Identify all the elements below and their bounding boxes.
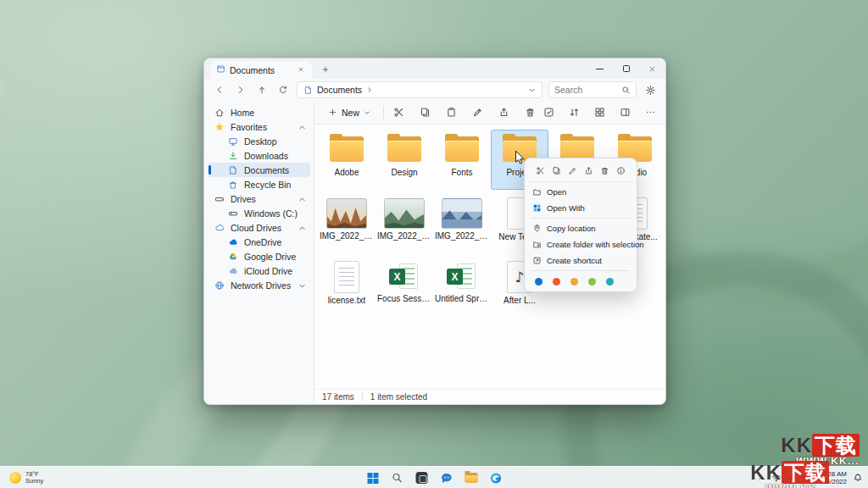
- cut-button[interactable]: [391, 105, 406, 120]
- windows-logo-icon: [367, 473, 378, 484]
- new-button[interactable]: New: [322, 103, 376, 122]
- file-item-img-2022-06[interactable]: IMG_2022_06...: [376, 193, 433, 253]
- sidebar-item-drives[interactable]: Drives: [208, 191, 310, 206]
- file-name-label: IMG_2022_06...: [435, 231, 489, 241]
- chat-button[interactable]: [437, 469, 456, 487]
- context-copy-button[interactable]: [550, 164, 563, 177]
- icloud-icon: [228, 266, 238, 276]
- new-tab-button[interactable]: [319, 63, 332, 76]
- watermark-brand-suffix: 下载: [812, 434, 860, 457]
- file-item-untitled-spreads[interactable]: Untitled Spreads...: [433, 257, 491, 317]
- search-box[interactable]: [548, 81, 637, 98]
- weather-widget[interactable]: 78°F Sunny: [5, 469, 47, 487]
- tray-chevron-icon[interactable]: [758, 474, 765, 482]
- context-info-button[interactable]: [615, 164, 627, 177]
- chevron-up-icon[interactable]: [298, 123, 306, 133]
- chevron-down-icon[interactable]: [298, 281, 306, 291]
- sidebar-item-favorites[interactable]: Favorites: [208, 119, 310, 134]
- battery-icon[interactable]: [804, 473, 815, 484]
- file-explorer-button[interactable]: [462, 469, 481, 487]
- file-item-adobe[interactable]: Adobe: [318, 130, 376, 190]
- sidebar-item-label: Favorites: [231, 122, 267, 132]
- file-name-label: Untitled Spreads...: [435, 294, 489, 303]
- menu-item-create-shortcut[interactable]: Create shortcut: [528, 252, 633, 269]
- edge-button[interactable]: [487, 469, 505, 487]
- search-input[interactable]: [554, 85, 618, 95]
- shortcut-icon: [532, 256, 542, 265]
- refresh-button[interactable]: [275, 82, 291, 97]
- color-tag-dot[interactable]: [535, 278, 542, 286]
- preview-button[interactable]: [617, 105, 632, 120]
- sort-button[interactable]: [566, 105, 581, 120]
- edge-icon: [489, 472, 502, 485]
- documents-icon: [228, 165, 238, 175]
- menu-item-open[interactable]: Open: [528, 184, 633, 200]
- sidebar-item-cloud-drives[interactable]: Cloud Drives: [208, 220, 310, 235]
- sidebar-item-home[interactable]: Home: [208, 105, 310, 119]
- minimize-button[interactable]: [587, 58, 613, 79]
- sidebar-item-google-drive[interactable]: Google Drive: [208, 249, 310, 263]
- file-item-fonts[interactable]: Fonts: [433, 130, 491, 190]
- menu-item-label: Open: [547, 187, 566, 197]
- search-button[interactable]: [388, 469, 407, 487]
- menu-item-label: Open With: [547, 203, 585, 213]
- color-tag-dot[interactable]: [553, 278, 560, 286]
- chat-icon: [440, 472, 453, 485]
- close-button[interactable]: [639, 58, 665, 79]
- search-icon: [621, 86, 631, 95]
- view-button[interactable]: [592, 105, 607, 120]
- color-tag-dot[interactable]: [588, 278, 596, 286]
- clock[interactable]: 9:28 AM 7/5/2022: [821, 470, 847, 485]
- address-dropdown-icon[interactable]: [528, 86, 536, 94]
- sidebar-item-desktop[interactable]: Desktop: [208, 134, 310, 148]
- menu-item-open-with[interactable]: Open With: [528, 200, 633, 216]
- sidebar-item-documents[interactable]: Documents: [208, 163, 310, 177]
- chevron-up-icon[interactable]: [298, 195, 306, 205]
- clock-time: 9:28 AM: [822, 470, 847, 478]
- sidebar-item-icloud-drive[interactable]: iCloud Drive: [208, 263, 310, 278]
- color-tag-dot[interactable]: [606, 278, 614, 286]
- tab-documents[interactable]: Documents: [210, 61, 312, 79]
- context-share-button[interactable]: [582, 164, 595, 177]
- selection-button[interactable]: [541, 105, 556, 120]
- breadcrumb[interactable]: Documents: [317, 85, 362, 95]
- sidebar-item-onedrive[interactable]: OneDrive: [208, 235, 310, 249]
- sidebar-item-downloads[interactable]: Downloads: [208, 148, 310, 163]
- copy-button[interactable]: [417, 105, 432, 120]
- titlebar[interactable]: Documents: [204, 58, 665, 79]
- settings-gear-icon[interactable]: [643, 82, 658, 97]
- context-rename-button[interactable]: [566, 164, 579, 177]
- menu-item-create-folder-with-selection[interactable]: Create folder with selection: [528, 236, 633, 252]
- rename-button[interactable]: [470, 105, 485, 120]
- up-button[interactable]: [254, 82, 270, 97]
- toolbar-edit-group: [391, 105, 537, 120]
- context-cut-button[interactable]: [534, 164, 547, 177]
- file-item-img-2022-06[interactable]: IMG_2022_06...: [433, 193, 491, 253]
- share-button[interactable]: [496, 105, 511, 120]
- file-item-focus-sessions[interactable]: Focus Sessions: [376, 257, 433, 317]
- color-tag-dot[interactable]: [570, 278, 578, 286]
- volume-icon[interactable]: [787, 473, 798, 483]
- task-view-button[interactable]: [413, 469, 431, 487]
- chevron-up-icon[interactable]: [298, 224, 306, 234]
- start-button[interactable]: [364, 469, 382, 487]
- back-button[interactable]: [212, 82, 227, 97]
- sidebar-item-network-drives[interactable]: Network Drives: [208, 278, 310, 292]
- file-item-img-2022-06[interactable]: IMG_2022_06...: [318, 193, 376, 253]
- more-button[interactable]: [643, 105, 658, 120]
- sidebar-item-recycle-bin[interactable]: Recycle Bin: [208, 177, 310, 191]
- menu-item-copy-location[interactable]: Copy location: [528, 220, 633, 236]
- tab-close-icon[interactable]: [296, 66, 306, 75]
- context-delete-button[interactable]: [598, 164, 611, 177]
- file-item-license-txt[interactable]: license.txt: [318, 257, 376, 317]
- context-menu-items: OpenOpen WithCopy locationCreate folder …: [528, 184, 633, 269]
- paste-button[interactable]: [443, 105, 459, 120]
- notification-bell-icon[interactable]: [853, 473, 863, 483]
- wifi-icon[interactable]: [771, 473, 782, 483]
- sidebar-item-windows-c[interactable]: Windows (C:): [208, 206, 310, 220]
- address-bar[interactable]: Documents: [297, 81, 542, 98]
- forward-button[interactable]: [233, 82, 248, 97]
- delete-button[interactable]: [522, 105, 537, 120]
- file-item-design[interactable]: Design: [376, 130, 433, 190]
- maximize-button[interactable]: [613, 58, 639, 79]
